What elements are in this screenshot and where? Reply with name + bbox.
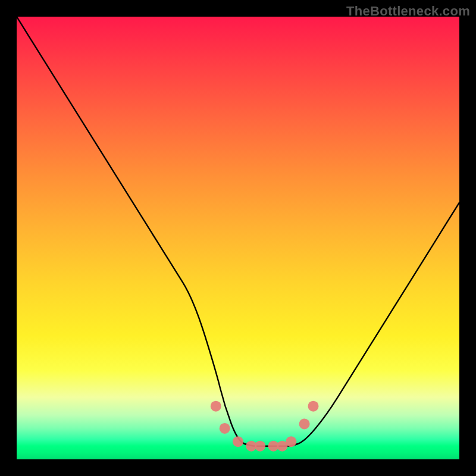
watermark-label: TheBottleneck.com — [346, 4, 470, 19]
curve-marker — [255, 441, 265, 452]
chart-svg — [17, 17, 459, 459]
curve-marker — [233, 436, 243, 447]
curve-markers — [211, 401, 319, 452]
curve-marker — [299, 419, 310, 430]
chart-plot-area — [17, 17, 459, 459]
curve-marker — [308, 401, 319, 412]
curve-marker — [286, 436, 296, 447]
chart-frame: TheBottleneck.com — [0, 0, 476, 476]
curve-marker — [220, 423, 230, 434]
curve-marker — [211, 401, 221, 412]
curve-line — [17, 17, 459, 446]
